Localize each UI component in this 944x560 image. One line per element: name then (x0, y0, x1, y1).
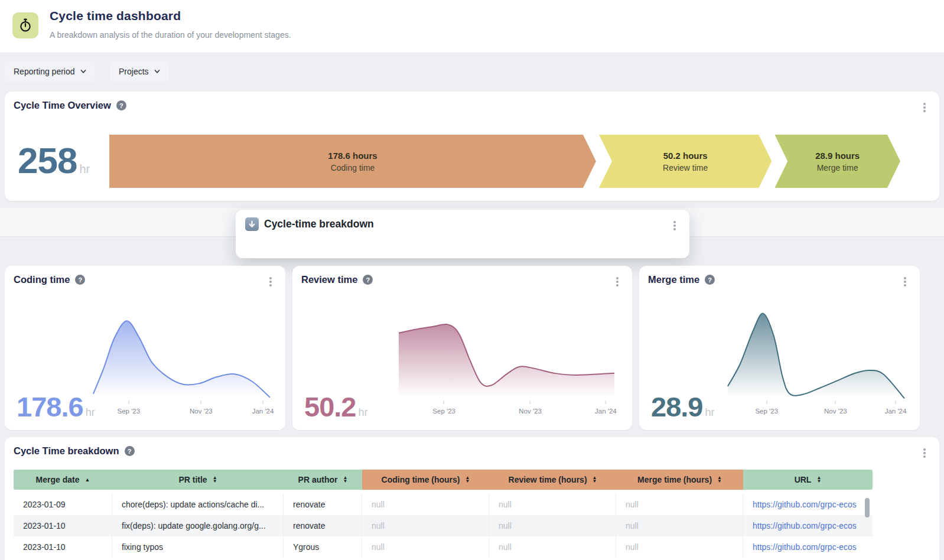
chevron-down-icon (80, 69, 86, 74)
cycle-time-funnel: 178.6 hours Coding time 50.2 hours Revie… (109, 135, 900, 188)
kebab-menu-icon[interactable] (920, 448, 929, 458)
floating-widget-card[interactable]: Cycle-time breakdown (236, 210, 689, 258)
x-axis-tick: Sep '23 (117, 401, 140, 416)
cell-coding-time: null (362, 515, 489, 536)
cell-review-time: null (489, 494, 616, 515)
reporting-period-label: Reporting period (14, 67, 75, 76)
segment-value: 50.2 hours (663, 151, 708, 161)
page-subtitle: A breakdown analysis of the duration of … (50, 30, 291, 40)
funnel-segment-coding: 178.6 hours Coding time (109, 135, 596, 188)
kebab-menu-icon[interactable] (901, 276, 909, 287)
merge-time-card: Merge time ? Sep '23Nov '23Jan '24 28.9 … (639, 266, 920, 430)
kebab-menu-icon[interactable] (920, 102, 929, 113)
cell-pr-title: chore(deps): update actions/cache di... (112, 494, 284, 515)
projects-label: Projects (119, 67, 149, 76)
metric-unit: hr (705, 406, 714, 419)
cell-review-time: null (489, 515, 616, 536)
metric-unit: hr (358, 406, 367, 419)
cell-pr-author: Ygrous (284, 536, 362, 558)
overview-title: Cycle Time Overview (14, 100, 111, 111)
segment-label: Merge time (817, 163, 858, 172)
cell-merge-time: null (616, 494, 743, 515)
sort-icon: ▲▼ (213, 476, 217, 484)
kebab-menu-icon[interactable] (613, 276, 621, 287)
column-header-pr-author[interactable]: PR author▲▼ (284, 470, 362, 490)
cell-pr-title: fix(deps): update google.golang.org/g... (112, 515, 284, 536)
sort-icon: ▲▼ (593, 476, 597, 484)
cell-coding-time: null (362, 494, 489, 515)
column-label: PR title (178, 475, 207, 484)
column-header-merge-date[interactable]: Merge date▲ (14, 470, 112, 490)
cycle-time-breakdown-card: Cycle Time breakdown ? Merge date▲PR tit… (5, 437, 939, 560)
total-value: 258 (18, 142, 77, 179)
column-header-coding-time-hours[interactable]: Coding time (hours)▲▼ (362, 470, 489, 490)
sort-icon: ▲▼ (816, 476, 821, 484)
merge-time-title: Merge time (648, 274, 699, 285)
coding-time-card: Coding time ? Sep '23Nov '23Jan '24 178.… (5, 266, 285, 430)
metric-value: 28.9 (651, 393, 702, 421)
column-header-merge-time-hours[interactable]: Merge time (hours)▲▼ (616, 470, 743, 490)
reporting-period-dropdown[interactable]: Reporting period (5, 61, 95, 82)
sort-icon: ▲▼ (717, 476, 722, 484)
projects-dropdown[interactable]: Projects (110, 61, 169, 82)
review-time-area-chart (399, 306, 614, 399)
cell-review-time: null (489, 536, 616, 558)
table-scrollbar-thumb[interactable] (865, 498, 870, 517)
app-header: Cycle time dashboard A breakdown analysi… (0, 0, 944, 53)
cell-url: https://github.com/grpc-ecos (743, 536, 873, 558)
column-header-pr-title[interactable]: PR title▲▼ (112, 470, 284, 490)
pr-url-link[interactable]: https://github.com/grpc-ecos (753, 542, 857, 552)
metric-value: 178.6 (17, 393, 83, 421)
cycle-time-overview-card: Cycle Time Overview ? 258 hr 178.6 hours… (5, 92, 939, 201)
column-header-review-time-hours[interactable]: Review time (hours)▲▼ (489, 470, 616, 490)
sort-asc-icon: ▲ (85, 477, 90, 483)
total-cycle-time: 258 hr (18, 142, 90, 179)
pr-url-link[interactable]: https://github.com/grpc-ecos (753, 521, 857, 530)
funnel-segment-merge: 28.9 hours Merge time (774, 135, 900, 188)
sort-icon: ▲▼ (343, 476, 347, 484)
kebab-menu-icon[interactable] (266, 276, 275, 287)
coding-time-x-axis: Sep '23Nov '23Jan '24 (93, 401, 270, 416)
merge-time-value: 28.9 hr (651, 393, 715, 421)
x-axis-tick: Nov '23 (519, 401, 542, 416)
coding-time-title: Coding time (14, 274, 70, 285)
review-time-x-axis: Sep '23Nov '23Jan '24 (399, 401, 614, 416)
segment-label: Review time (663, 163, 708, 172)
table-body: 2023-01-09chore(deps): update actions/ca… (14, 494, 873, 558)
dashboard-root: Cycle time dashboard A breakdown analysi… (0, 0, 944, 560)
metric-unit: hr (86, 406, 95, 419)
cell-url: https://github.com/grpc-ecos (743, 494, 873, 515)
cell-url: https://github.com/grpc-ecos (743, 515, 873, 536)
merge-time-x-axis: Sep '23Nov '23Jan '24 (728, 401, 904, 416)
stopwatch-icon (12, 12, 38, 38)
help-icon[interactable]: ? (705, 275, 715, 285)
down-arrow-icon (245, 217, 259, 231)
cell-pr-title: fixing typos (112, 536, 284, 558)
floating-card-title: Cycle-time breakdown (264, 218, 374, 230)
x-axis-tick: Nov '23 (190, 401, 213, 416)
table-title: Cycle Time breakdown (14, 445, 119, 457)
segment-value: 178.6 hours (328, 151, 377, 161)
column-label: Merge time (hours) (637, 475, 712, 484)
chevron-down-icon (154, 69, 160, 74)
x-axis-tick: Nov '23 (824, 401, 847, 416)
kebab-menu-icon[interactable] (670, 220, 679, 231)
page-title: Cycle time dashboard (50, 9, 181, 23)
pr-url-link[interactable]: https://github.com/grpc-ecos (753, 500, 857, 509)
help-icon[interactable]: ? (116, 100, 126, 110)
cell-pr-author: renovate (284, 494, 362, 515)
help-icon[interactable]: ? (363, 275, 373, 285)
help-icon[interactable]: ? (75, 275, 85, 285)
column-header-url[interactable]: URL▲▼ (743, 470, 873, 490)
coding-time-area-chart (93, 306, 270, 399)
column-label: URL (795, 475, 812, 484)
x-axis-tick: Sep '23 (755, 401, 778, 416)
column-label: Review time (hours) (509, 475, 587, 484)
x-axis-tick: Sep '23 (432, 401, 455, 416)
help-icon[interactable]: ? (125, 446, 135, 456)
cell-merge-date: 2023-01-10 (14, 536, 112, 558)
table-row: 2023-01-10fixing typosYgrousnullnullnull… (14, 536, 873, 558)
x-axis-tick: Jan '24 (885, 401, 907, 416)
x-axis-tick: Jan '24 (595, 401, 617, 416)
review-time-title: Review time (301, 274, 357, 285)
